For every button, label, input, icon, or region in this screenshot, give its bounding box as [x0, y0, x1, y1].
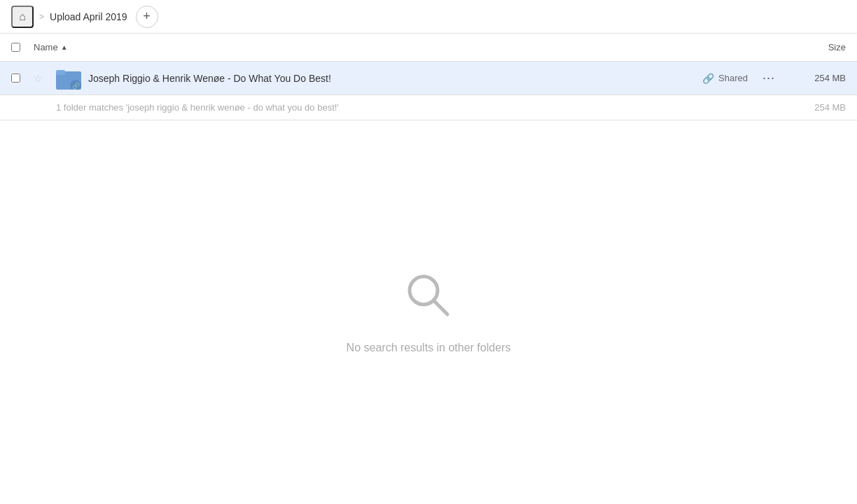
match-text: 1 folder matches 'joseph riggio & henrik… [56, 102, 790, 113]
file-row[interactable]: ☆ 🔗 Joseph Riggio & Henrik Wenøe - Do Wh… [0, 62, 857, 95]
plus-icon: + [143, 9, 151, 24]
more-icon: ··· [762, 71, 775, 85]
empty-state-area: No search results in other folders [0, 120, 857, 504]
name-column-label: Name [34, 42, 58, 52]
search-icon-svg [404, 271, 453, 320]
file-name: Joseph Riggio & Henrik Wenøe - Do What Y… [88, 73, 702, 84]
size-column-header[interactable]: Size [790, 42, 846, 52]
svg-text:🔗: 🔗 [72, 82, 81, 90]
add-button[interactable]: + [136, 6, 158, 28]
folder-svg: 🔗 [56, 67, 81, 90]
svg-line-6 [433, 300, 447, 314]
empty-search-icon [404, 271, 453, 330]
column-header: Name ▲ Size [0, 34, 857, 62]
match-info-bar: 1 folder matches 'joseph riggio & henrik… [0, 95, 857, 120]
folder-icon: 🔗 [56, 66, 81, 91]
file-size: 254 MB [790, 73, 846, 83]
name-column-header[interactable]: Name ▲ [34, 42, 790, 52]
match-size: 254 MB [790, 102, 846, 113]
top-bar: ⌂ > Upload April 2019 + [0, 0, 857, 34]
home-button[interactable]: ⌂ [11, 6, 34, 28]
select-all-checkbox[interactable] [11, 43, 20, 52]
row-checkbox[interactable] [11, 74, 20, 83]
more-options-button[interactable]: ··· [759, 69, 779, 88]
header-checkbox-area [11, 43, 34, 52]
star-icon: ☆ [34, 73, 43, 84]
svg-rect-2 [56, 70, 65, 75]
sort-arrow-icon: ▲ [61, 43, 68, 51]
empty-text: No search results in other folders [347, 342, 511, 354]
home-icon: ⌂ [19, 10, 26, 23]
breadcrumb-upload-april-2019[interactable]: Upload April 2019 [50, 11, 127, 22]
star-button[interactable]: ☆ [34, 73, 50, 84]
link-icon: 🔗 [702, 73, 714, 84]
shared-indicator[interactable]: 🔗 Shared [702, 73, 748, 84]
row-checkbox-area [11, 74, 34, 83]
shared-label: Shared [718, 73, 748, 83]
breadcrumb-separator: > [39, 12, 44, 22]
